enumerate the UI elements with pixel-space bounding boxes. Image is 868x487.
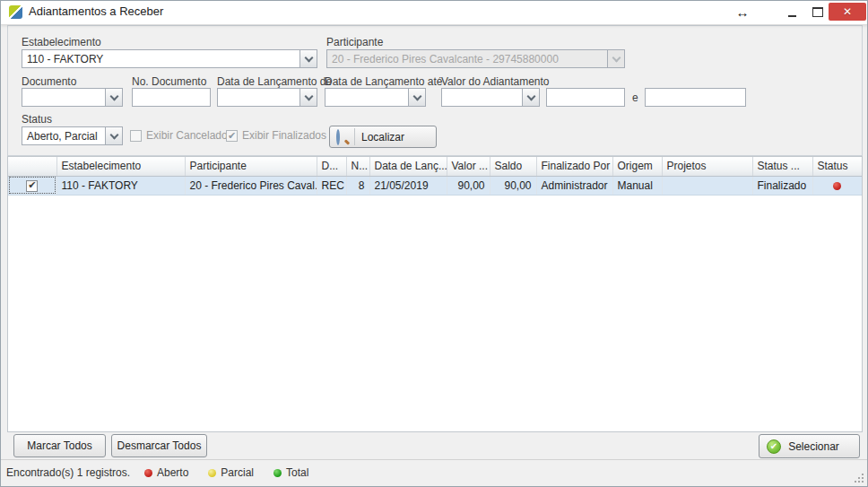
participante-combobox: 20 - Frederico Pires Cavalcante - 297458…	[326, 49, 625, 68]
col-header-finalizado-por[interactable]: Finalizado Por	[536, 157, 612, 176]
title-bar: Adiantamentos a Receber ↔ ✕	[1, 1, 867, 25]
exibir-cancelados-label: Exibir Cancelados	[146, 129, 233, 142]
col-header-data-lancamento[interactable]: Data de Lanç...	[369, 157, 447, 176]
resize-horizontal-button[interactable]: ↔	[732, 3, 753, 21]
table-row[interactable]: ✔ 110 - FAKTORY 20 - Frederico Pires Cav…	[8, 176, 862, 195]
cell-estabelecimento: 110 - FAKTORY	[56, 176, 185, 195]
estabelecimento-combobox[interactable]: 110 - FAKTORY	[22, 49, 317, 68]
estabelecimento-label: Estabelecimento	[22, 36, 101, 48]
col-header-origem[interactable]: Origem	[612, 157, 662, 176]
legend-total: Total	[273, 466, 308, 479]
no-documento-label: No. Documento	[132, 75, 206, 88]
minimize-icon	[788, 15, 796, 17]
legend-parcial: Parcial	[208, 466, 254, 479]
valor-ate-input[interactable]	[645, 88, 746, 107]
chevron-down-icon[interactable]	[522, 89, 539, 106]
valor-de-input[interactable]	[546, 88, 625, 107]
cell-status-texto: Finalizado	[752, 176, 812, 195]
exibir-finalizados-checkbox[interactable]: ✔	[226, 130, 238, 142]
col-header-check[interactable]	[8, 157, 56, 176]
col-header-participante[interactable]: Participante	[185, 157, 317, 176]
row-checkbox[interactable]: ✔	[26, 180, 38, 192]
desmarcar-todos-button[interactable]: Desmarcar Todos	[111, 434, 207, 457]
valor-adiantamento-label: Valor do Adiantamento	[441, 75, 550, 88]
no-documento-input[interactable]	[132, 88, 211, 107]
close-button[interactable]: ✕	[829, 3, 866, 21]
cell-saldo: 90,00	[490, 176, 536, 195]
status-label: Status	[22, 113, 52, 126]
col-header-status[interactable]: Status	[812, 157, 862, 176]
exibir-finalizados-label: Exibir Finalizados	[242, 129, 326, 142]
participante-label: Participante	[326, 36, 383, 48]
col-header-saldo[interactable]: Saldo	[490, 157, 536, 176]
results-grid: Estabelecimento Participante D... N... D…	[7, 156, 863, 432]
cell-documento: REC	[317, 176, 346, 195]
chevron-down-icon[interactable]	[299, 89, 317, 106]
col-header-numero[interactable]: N...	[346, 157, 369, 176]
cell-data-lancamento: 21/05/2019	[369, 176, 447, 195]
documento-label: Documento	[22, 75, 76, 88]
app-icon	[9, 5, 22, 19]
partial-status-icon	[208, 469, 216, 477]
selecionar-button[interactable]: ✔ Selecionar	[759, 434, 860, 458]
legend-aberto: Aberto	[144, 466, 188, 479]
cell-finalizado-por: Administrador	[536, 176, 612, 195]
cell-valor: 90,00	[447, 176, 490, 195]
status-legend: Aberto Parcial Total	[144, 466, 308, 479]
open-status-icon	[144, 469, 152, 477]
confirm-check-icon: ✔	[767, 439, 781, 454]
data-lancamento-de-label: Data de Lançamento de	[217, 75, 332, 88]
col-header-status-texto[interactable]: Status ...	[752, 157, 812, 176]
exibir-cancelados-checkbox[interactable]: ✔	[130, 130, 142, 142]
grid-header-row: Estabelecimento Participante D... N... D…	[8, 157, 862, 176]
valor-between-label: e	[632, 91, 638, 104]
cell-numero: 8	[346, 176, 369, 195]
marcar-todos-button[interactable]: Marcar Todos	[13, 434, 106, 457]
chevron-down-icon[interactable]	[105, 89, 122, 106]
localizar-button[interactable]: Localizar	[329, 126, 437, 148]
chevron-down-icon[interactable]	[105, 127, 122, 144]
cell-projetos	[662, 176, 752, 195]
col-header-documento[interactable]: D...	[317, 157, 346, 176]
total-status-icon	[273, 469, 282, 477]
chevron-down-icon	[607, 50, 624, 67]
cell-participante: 20 - Frederico Pires Caval...	[185, 176, 317, 195]
row-check-cell[interactable]: ✔	[8, 176, 56, 195]
app-window: Adiantamentos a Receber ↔ ✕ Estabelecime…	[0, 0, 868, 487]
data-lancamento-ate-combobox[interactable]	[325, 88, 426, 107]
col-header-valor[interactable]: Valor ...	[447, 157, 490, 176]
maximize-button[interactable]	[807, 3, 829, 21]
status-open-icon	[833, 182, 841, 190]
window-title: Adiantamentos a Receber	[29, 4, 163, 18]
status-combobox[interactable]: Aberto, Parcial	[22, 126, 123, 145]
minimize-button[interactable]	[781, 3, 803, 21]
resize-grip[interactable]	[855, 474, 864, 483]
records-found-text: Encontrado(s) 1 registros.	[6, 466, 130, 479]
documento-combobox[interactable]	[22, 88, 123, 107]
cell-origem: Manual	[612, 176, 662, 195]
maximize-icon	[812, 7, 823, 17]
col-header-estabelecimento[interactable]: Estabelecimento	[56, 157, 185, 176]
search-icon	[336, 131, 349, 143]
chevron-down-icon[interactable]	[408, 89, 425, 106]
data-lancamento-de-combobox[interactable]	[217, 88, 317, 107]
chevron-down-icon[interactable]	[299, 50, 317, 67]
status-bar: Encontrado(s) 1 registros. Aberto Parcia…	[1, 459, 867, 486]
data-lancamento-ate-label: Data de Lançamento até	[325, 75, 442, 88]
valor-adiantamento-combobox[interactable]	[441, 88, 540, 107]
cell-status	[812, 176, 862, 195]
col-header-projetos[interactable]: Projetos	[662, 157, 752, 176]
filter-panel: Estabelecimento 110 - FAKTORY Participan…	[7, 25, 863, 156]
